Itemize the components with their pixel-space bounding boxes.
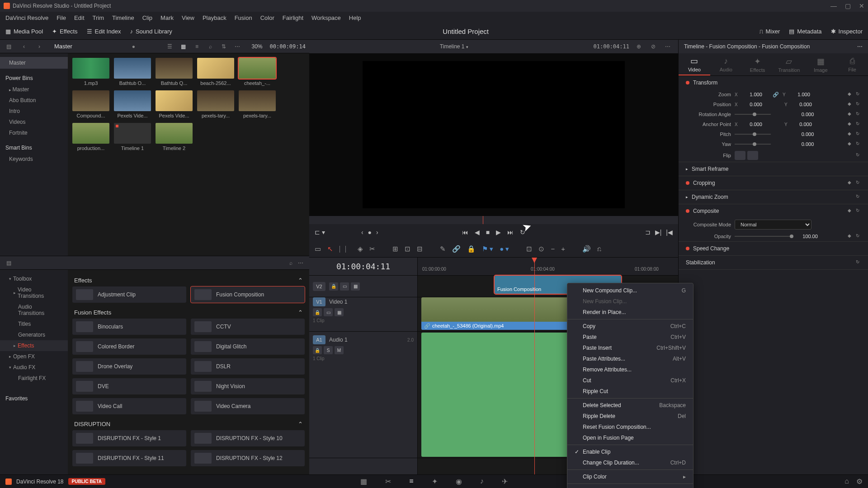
fx-item[interactable]: DISRUPTION FX - Style 11 <box>72 450 186 466</box>
fx-item[interactable]: Video Call <box>72 398 186 414</box>
media-clip[interactable]: 1.mp3 <box>72 58 109 86</box>
scrubber[interactable] <box>309 216 678 224</box>
menu-fairlight[interactable]: Fairlight <box>283 14 303 21</box>
menu-file[interactable]: File <box>57 14 66 21</box>
track-mute-icon[interactable]: ▦ <box>351 282 360 291</box>
anchor-x-input[interactable]: 0.000 <box>743 122 769 127</box>
mixer-toggle[interactable]: ⎍Mixer <box>760 28 780 35</box>
nav-back-icon[interactable]: ‹ <box>19 42 29 52</box>
viewer-more-icon[interactable]: ⋯ <box>663 42 673 52</box>
fx-item[interactable]: DISRUPTION FX - Style 10 <box>191 430 305 446</box>
home-button[interactable]: ⌂ <box>844 477 849 486</box>
bin-item[interactable]: Intro <box>0 106 68 117</box>
metadata-toggle[interactable]: ▤Metadata <box>789 28 821 35</box>
close-button[interactable]: ✕ <box>859 2 864 9</box>
track-v2[interactable]: V2 🔒▭▦ <box>309 276 417 297</box>
context-menu-item[interactable]: Open in Fusion Page <box>567 432 693 443</box>
viewer-sync-icon[interactable]: ⊕ <box>634 42 644 52</box>
section-stabilization[interactable]: Stabilization↻ <box>679 256 868 269</box>
page-cut[interactable]: ✂ <box>385 477 391 486</box>
viewer-zoom[interactable]: 30% <box>251 43 262 50</box>
media-pool-toggle[interactable]: ▦Media Pool <box>5 28 43 35</box>
fx-search-icon[interactable]: ⌕ <box>286 258 296 268</box>
view-grid-icon[interactable]: ▦ <box>178 42 188 52</box>
effects-toggle[interactable]: ✦Effects <box>52 28 78 35</box>
anchor-y-input[interactable]: 0.000 <box>793 122 819 127</box>
menu-davinci[interactable]: DaVinci Resolve <box>5 14 48 21</box>
fx-item[interactable]: Video Camera <box>191 398 305 414</box>
zoom-detail-icon[interactable]: ⊙ <box>538 245 544 253</box>
reset-icon[interactable]: ↻ <box>854 121 861 127</box>
section-speed[interactable]: Speed Change <box>679 242 868 255</box>
tab-audio[interactable]: ♪Audio <box>710 53 742 75</box>
timeline-ruler[interactable]: 01:00:00:00 01:00:04:00 01:00:08:00 <box>418 258 678 276</box>
track-mute-icon[interactable]: ▦ <box>335 308 344 316</box>
timeline-name-label[interactable]: Timeline 1 ▾ <box>440 43 468 50</box>
reset-icon[interactable]: ↻ <box>854 91 861 98</box>
context-menu-item[interactable]: CopyCtrl+C <box>567 321 693 332</box>
track-badge-a1[interactable]: A1 <box>313 335 326 344</box>
stop-button[interactable]: ■ <box>486 229 490 236</box>
fx-item[interactable]: Drone Overlay <box>72 358 186 375</box>
reset-icon[interactable]: ↻ <box>854 111 861 117</box>
bin-item[interactable]: Fortnite <box>0 127 68 138</box>
tab-image[interactable]: ▦Image <box>805 53 836 75</box>
fx-tree-effects[interactable]: ▸Effects <box>0 340 68 351</box>
maximize-button[interactable]: ▢ <box>845 2 851 9</box>
context-menu-item[interactable]: Remove Attributes... <box>567 364 693 375</box>
link-icon[interactable]: 🔗 <box>452 245 461 253</box>
power-bins-header[interactable]: Power Bins <box>0 72 68 84</box>
fx-item[interactable]: DISRUPTION FX - Style 1 <box>72 430 186 446</box>
reset-icon[interactable]: ↻ <box>854 180 861 186</box>
replace-icon[interactable]: ⊟ <box>417 245 423 253</box>
menu-help[interactable]: Help <box>349 14 361 21</box>
keyframe-icon[interactable]: ◆ <box>846 91 853 98</box>
smart-bins-header[interactable]: Smart Bins <box>0 142 68 154</box>
keyframe-icon[interactable]: ◆ <box>846 101 853 108</box>
fx-layout-icon[interactable]: ▤ <box>4 258 14 268</box>
reset-icon[interactable]: ↻ <box>854 233 861 239</box>
zoom-y-input[interactable]: 1.000 <box>791 92 817 97</box>
flag-icon[interactable]: ⚑ ▾ <box>482 245 493 253</box>
fx-item[interactable]: DVE <box>72 378 186 394</box>
fx-fusion-composition[interactable]: Fusion Composition <box>191 286 305 303</box>
context-menu-item[interactable]: Ripple Cut <box>567 386 693 397</box>
fx-favorites[interactable]: Favorites <box>0 393 68 404</box>
page-color[interactable]: ◉ <box>456 477 462 486</box>
zoom-out-icon[interactable]: − <box>551 245 555 253</box>
fx-toolbox[interactable]: ▾Toolbox <box>0 273 68 284</box>
fx-tree-item[interactable]: Generators <box>0 329 68 340</box>
fx-tree-item[interactable]: Audio Transitions <box>0 301 68 319</box>
media-layout-icon[interactable]: ▤ <box>4 42 14 52</box>
fx-item[interactable]: CCTV <box>191 319 305 335</box>
playhead[interactable] <box>534 258 535 474</box>
track-solo-icon[interactable]: S <box>324 346 333 354</box>
track-disable-icon[interactable]: ▭ <box>324 308 333 316</box>
bin-item[interactable]: ▸ Master <box>0 84 68 95</box>
edit-index-toggle[interactable]: ☰Edit Index <box>87 28 121 35</box>
link-icon[interactable]: 🔗 <box>773 92 779 98</box>
media-clip[interactable]: Timeline 1 <box>114 123 151 151</box>
media-clip[interactable]: beach-2562... <box>197 58 234 86</box>
context-menu-item[interactable]: Delete SelectedBackspace <box>567 400 693 411</box>
stop-small-icon[interactable]: ● <box>368 229 372 236</box>
fx-adjustment-clip[interactable]: Adjustment Clip <box>72 286 186 303</box>
tab-video[interactable]: ▭Video <box>679 53 710 75</box>
insert-icon[interactable]: ⊞ <box>392 245 398 253</box>
page-media[interactable]: ▦ <box>360 477 367 486</box>
media-clip[interactable]: Pexels Vide... <box>156 90 193 118</box>
track-badge-v1[interactable]: V1 <box>313 297 326 306</box>
track-lock-icon[interactable]: 🔒 <box>329 282 338 291</box>
page-fairlight[interactable]: ♪ <box>480 477 484 486</box>
menu-workspace[interactable]: Workspace <box>311 14 341 21</box>
marker-icon[interactable]: ● ▾ <box>500 245 509 253</box>
tab-transition[interactable]: ▱Transition <box>773 53 805 75</box>
bin-item[interactable]: Abo Button <box>0 95 68 106</box>
project-settings-button[interactable]: ⚙ <box>856 477 863 486</box>
keyframe-icon[interactable]: ◆ <box>846 233 853 239</box>
trim-tool-icon[interactable]: ⎸⎸ <box>340 245 351 253</box>
context-menu-item[interactable]: Paste InsertCtrl+Shift+V <box>567 343 693 353</box>
reset-icon[interactable]: ↻ <box>854 194 861 200</box>
context-menu-item[interactable]: Reset Fusion Composition... <box>567 422 693 432</box>
bin-item[interactable]: Keywords <box>0 154 68 164</box>
